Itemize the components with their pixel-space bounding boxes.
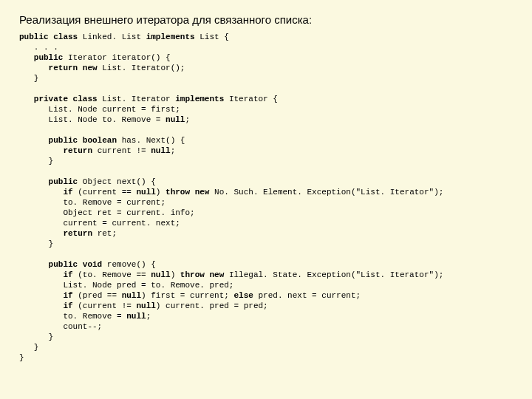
code-block: public class Linked. List implements Lis… bbox=[19, 32, 513, 363]
slide: Реализация внешнего итератора для связан… bbox=[0, 0, 532, 399]
slide-title: Реализация внешнего итератора для связан… bbox=[19, 13, 513, 26]
